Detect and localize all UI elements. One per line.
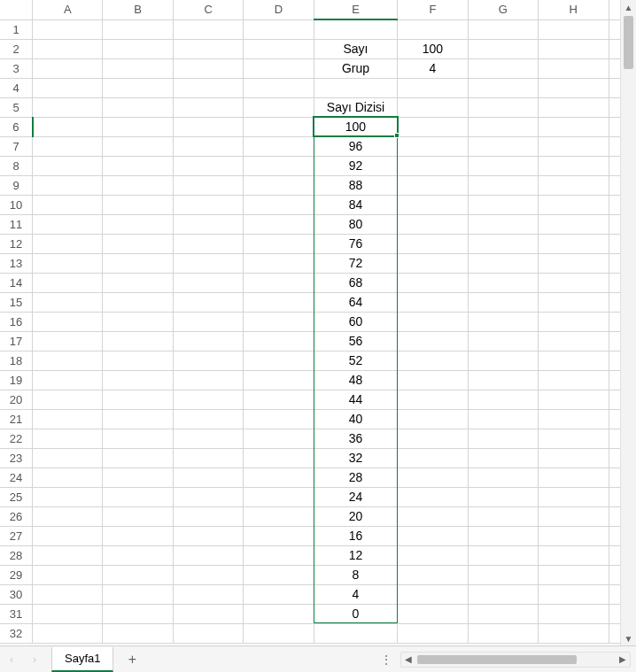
cell-I15[interactable] (609, 292, 620, 312)
cell-B24[interactable] (103, 467, 173, 487)
row-header-17[interactable]: 17 (0, 331, 33, 351)
cell-E6[interactable]: 100 (314, 117, 397, 136)
cell-D21[interactable] (244, 409, 314, 429)
prev-sheet-button[interactable]: ‹ (0, 647, 23, 672)
cell-B31[interactable] (103, 604, 173, 623)
cell-F31[interactable] (398, 604, 468, 623)
cell-G19[interactable] (468, 370, 538, 390)
cell-E28[interactable]: 12 (314, 545, 397, 565)
cell-F3[interactable]: 4 (398, 58, 468, 78)
cell-I6[interactable] (609, 117, 620, 136)
cell-E17[interactable]: 56 (314, 331, 397, 351)
cell-E1[interactable] (314, 19, 397, 39)
cell-H20[interactable] (539, 390, 609, 409)
cell-I11[interactable] (609, 214, 620, 234)
cell-D4[interactable] (244, 78, 314, 97)
column-header-G[interactable]: G (468, 0, 538, 19)
cell-H7[interactable] (539, 136, 609, 156)
cell-E30[interactable]: 4 (314, 584, 397, 604)
cell-G2[interactable] (468, 39, 538, 58)
cell-B12[interactable] (103, 234, 173, 253)
row-header-23[interactable]: 23 (0, 448, 33, 467)
cell-D26[interactable] (244, 506, 314, 526)
cell-C32[interactable] (173, 623, 243, 643)
cell-G6[interactable] (468, 117, 538, 136)
cell-I26[interactable] (609, 506, 620, 526)
cell-D31[interactable] (244, 604, 314, 623)
cell-I20[interactable] (609, 390, 620, 409)
cell-I9[interactable] (609, 175, 620, 195)
cell-G24[interactable] (468, 467, 538, 487)
cell-B20[interactable] (103, 390, 173, 409)
cell-B14[interactable] (103, 273, 173, 292)
cell-G22[interactable] (468, 429, 538, 448)
row-header-30[interactable]: 30 (0, 584, 33, 604)
cell-C26[interactable] (173, 506, 243, 526)
column-header-I[interactable]: I (609, 0, 620, 19)
cell-E26[interactable]: 20 (314, 506, 397, 526)
cell-C9[interactable] (173, 175, 243, 195)
cell-I18[interactable] (609, 351, 620, 370)
cell-A3[interactable] (33, 58, 103, 78)
cell-B13[interactable] (103, 253, 173, 273)
cell-E25[interactable]: 24 (314, 487, 397, 506)
cell-I19[interactable] (609, 370, 620, 390)
row-header-14[interactable]: 14 (0, 273, 33, 292)
cell-H27[interactable] (539, 526, 609, 545)
cell-E21[interactable]: 40 (314, 409, 397, 429)
cell-G29[interactable] (468, 565, 538, 584)
cell-I4[interactable] (609, 78, 620, 97)
cell-B11[interactable] (103, 214, 173, 234)
cell-E27[interactable]: 16 (314, 526, 397, 545)
cell-D25[interactable] (244, 487, 314, 506)
cell-G14[interactable] (468, 273, 538, 292)
row-header-21[interactable]: 21 (0, 409, 33, 429)
cell-E9[interactable]: 88 (314, 175, 397, 195)
cell-B21[interactable] (103, 409, 173, 429)
cell-A23[interactable] (33, 448, 103, 467)
cell-F14[interactable] (398, 273, 468, 292)
cell-A27[interactable] (33, 526, 103, 545)
row-header-5[interactable]: 5 (0, 97, 33, 117)
cell-H28[interactable] (539, 545, 609, 565)
next-sheet-button[interactable]: › (23, 647, 46, 672)
cell-I5[interactable] (609, 97, 620, 117)
cell-D3[interactable] (244, 58, 314, 78)
cell-A32[interactable] (33, 623, 103, 643)
cell-B9[interactable] (103, 175, 173, 195)
cell-E7[interactable]: 96 (314, 136, 397, 156)
cell-C27[interactable] (173, 526, 243, 545)
horizontal-scroll-track[interactable] (415, 653, 616, 667)
column-header-F[interactable]: F (398, 0, 468, 19)
column-header-B[interactable]: B (103, 0, 173, 19)
cell-C1[interactable] (173, 19, 243, 39)
cell-D14[interactable] (244, 273, 314, 292)
cell-E22[interactable]: 36 (314, 429, 397, 448)
cell-A16[interactable] (33, 312, 103, 331)
cell-D32[interactable] (244, 623, 314, 643)
row-header-12[interactable]: 12 (0, 234, 33, 253)
cell-F30[interactable] (398, 584, 468, 604)
cell-C2[interactable] (173, 39, 243, 58)
row-header-3[interactable]: 3 (0, 58, 33, 78)
cell-C7[interactable] (173, 136, 243, 156)
cell-F8[interactable] (398, 156, 468, 175)
cell-B1[interactable] (103, 19, 173, 39)
cell-C13[interactable] (173, 253, 243, 273)
row-header-8[interactable]: 8 (0, 156, 33, 175)
cell-F21[interactable] (398, 409, 468, 429)
cell-F26[interactable] (398, 506, 468, 526)
cell-D7[interactable] (244, 136, 314, 156)
cell-I29[interactable] (609, 565, 620, 584)
cell-H10[interactable] (539, 195, 609, 214)
cell-B30[interactable] (103, 584, 173, 604)
cell-H8[interactable] (539, 156, 609, 175)
cell-F16[interactable] (398, 312, 468, 331)
cell-A10[interactable] (33, 195, 103, 214)
cell-F29[interactable] (398, 565, 468, 584)
cell-H15[interactable] (539, 292, 609, 312)
cell-G7[interactable] (468, 136, 538, 156)
cell-A26[interactable] (33, 506, 103, 526)
cell-D30[interactable] (244, 584, 314, 604)
cell-I28[interactable] (609, 545, 620, 565)
